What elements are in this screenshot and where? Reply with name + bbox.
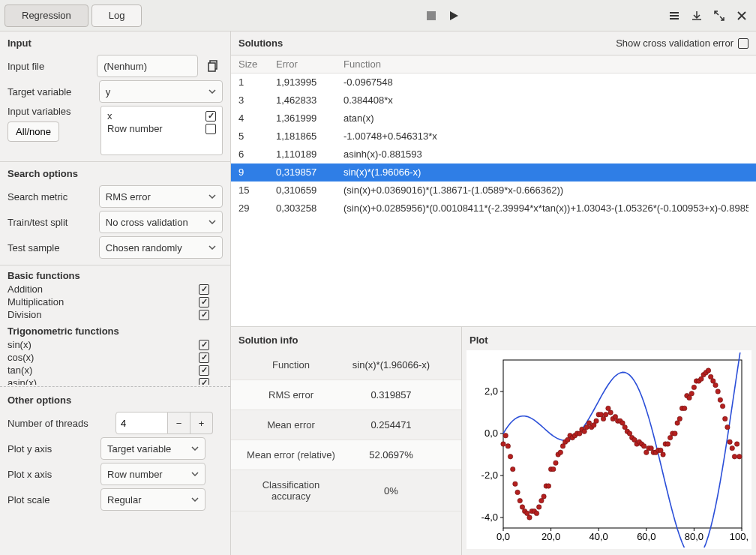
svg-point-120: [728, 440, 732, 444]
col-function-header[interactable]: Function: [344, 58, 748, 70]
info-row: Functionsin(x)*(1.96066-x): [231, 350, 461, 380]
info-row: Mean error0.254471: [231, 410, 461, 440]
svg-text:2,0: 2,0: [484, 386, 498, 397]
split-label: Train/test split: [8, 217, 93, 228]
search-metric-combo[interactable]: RMS error: [99, 185, 223, 208]
svg-text:0,0: 0,0: [496, 531, 510, 542]
fn-addition: Addition: [8, 284, 43, 295]
trig-functions-title: Trigonometric functions: [0, 321, 230, 338]
browse-button[interactable]: [204, 56, 223, 76]
show-cv-checkbox[interactable]: [738, 38, 748, 49]
tab-regression[interactable]: Regression: [4, 4, 88, 27]
fn-asin-checkbox[interactable]: [199, 378, 209, 386]
svg-point-99: [677, 416, 682, 421]
expand-button[interactable]: [710, 6, 729, 26]
table-row[interactable]: 41,361999atan(x): [231, 110, 756, 128]
target-variable-combo[interactable]: y: [99, 80, 223, 103]
svg-point-31: [515, 490, 520, 494]
svg-rect-3: [208, 63, 215, 71]
svg-point-122: [732, 454, 736, 458]
svg-point-115: [716, 388, 720, 393]
svg-text:80,0: 80,0: [685, 531, 704, 542]
svg-point-47: [554, 460, 558, 465]
col-size-header[interactable]: Size: [238, 58, 276, 70]
plot-chart: -4,0-2,00,02,00,020,040,060,080,0100,0: [470, 352, 748, 548]
plot-panel: Plot -4,0-2,00,02,00,020,040,060,080,010…: [462, 327, 756, 555]
plot-area: -4,0-2,00,02,00,020,040,060,080,0100,0: [466, 350, 752, 549]
menu-button[interactable]: [664, 6, 684, 26]
chevron-down-icon: [208, 194, 216, 199]
allnone-button[interactable]: All/none: [8, 122, 59, 142]
fn-asin: asin(x): [8, 377, 37, 385]
fn-tan-checkbox[interactable]: [199, 365, 209, 376]
play-button[interactable]: [444, 6, 464, 26]
fn-sin-checkbox[interactable]: [199, 340, 209, 350]
svg-point-44: [546, 483, 550, 488]
stop-icon: [426, 10, 436, 21]
plotscale-label: Plot scale: [8, 494, 94, 506]
svg-text:-2,0: -2,0: [482, 470, 498, 481]
expand-icon: [714, 10, 724, 21]
table-row[interactable]: 51,181865-1.00748+0.546313*x: [231, 128, 756, 146]
svg-rect-4: [503, 360, 742, 528]
other-options-title: Other options: [0, 388, 230, 410]
fn-mult-checkbox[interactable]: [199, 297, 209, 308]
svg-point-104: [689, 391, 694, 395]
svg-point-116: [718, 398, 722, 402]
table-row[interactable]: 150,310659(sin(x)+0.0369016)*(1.38671-(1…: [231, 182, 756, 200]
split-combo[interactable]: No cross validation: [99, 211, 223, 233]
threads-input[interactable]: [116, 412, 168, 434]
info-row: Mean error (relative)52.0697%: [231, 440, 461, 470]
svg-marker-1: [450, 11, 458, 20]
stop-button[interactable]: [422, 6, 441, 26]
info-row: Classification accuracy0%: [231, 470, 461, 512]
play-icon: [448, 10, 459, 21]
var-x-checkbox[interactable]: [206, 111, 216, 122]
chevron-down-icon: [191, 497, 199, 502]
test-sample-combo[interactable]: Chosen randomly: [99, 236, 223, 259]
table-row[interactable]: 11,913995-0.0967548: [231, 74, 756, 92]
table-row[interactable]: 90,319857sin(x)*(1.96066-x): [231, 164, 756, 182]
solutions-title: Solutions: [238, 38, 283, 49]
table-row[interactable]: 290,303258(sin(x)+0.0285956)*(0.00108411…: [231, 200, 756, 218]
svg-point-64: [594, 418, 598, 423]
plotx-combo[interactable]: Row number: [100, 463, 206, 485]
tab-log[interactable]: Log: [92, 4, 142, 27]
download-button[interactable]: [687, 6, 706, 26]
input-title: Input: [0, 32, 230, 53]
input-variables-list[interactable]: x Row number: [100, 106, 223, 155]
svg-point-28: [508, 454, 512, 458]
svg-point-32: [518, 498, 522, 502]
fn-sin: sin(x): [8, 339, 32, 350]
svg-point-114: [713, 382, 718, 387]
threads-plus[interactable]: +: [190, 412, 213, 434]
close-button[interactable]: [732, 6, 752, 26]
svg-text:40,0: 40,0: [590, 531, 608, 542]
close-icon: [736, 10, 747, 21]
fn-div-checkbox[interactable]: [199, 310, 209, 320]
chevron-down-icon: [208, 220, 216, 224]
fn-addition-checkbox[interactable]: [199, 284, 209, 295]
svg-point-49: [558, 450, 562, 454]
table-row[interactable]: 61,110189asinh(x)-0.881593: [231, 146, 756, 164]
svg-point-111: [706, 368, 710, 372]
svg-point-97: [673, 430, 677, 435]
var-rownum-checkbox[interactable]: [206, 124, 216, 134]
svg-point-26: [503, 433, 508, 437]
fn-cos-checkbox[interactable]: [199, 352, 209, 363]
solution-info-title: Solution info: [231, 327, 461, 350]
col-error-header[interactable]: Error: [276, 58, 344, 70]
chevron-down-icon: [208, 245, 216, 250]
svg-point-92: [661, 452, 665, 456]
svg-point-46: [551, 466, 556, 471]
threads-stepper[interactable]: − +: [116, 412, 213, 434]
ploty-combo[interactable]: Target variable: [100, 437, 206, 460]
threads-minus[interactable]: −: [168, 412, 190, 434]
fn-div: Division: [8, 309, 42, 320]
svg-rect-0: [427, 11, 436, 20]
table-row[interactable]: 31,4628330.384408*x: [231, 92, 756, 110]
input-file-combo[interactable]: (Nenhum): [97, 55, 198, 77]
sidebar: Input Input file (Nenhum) Target variabl…: [0, 32, 231, 555]
hamburger-icon: [669, 10, 680, 21]
plotscale-combo[interactable]: Regular: [100, 488, 206, 511]
